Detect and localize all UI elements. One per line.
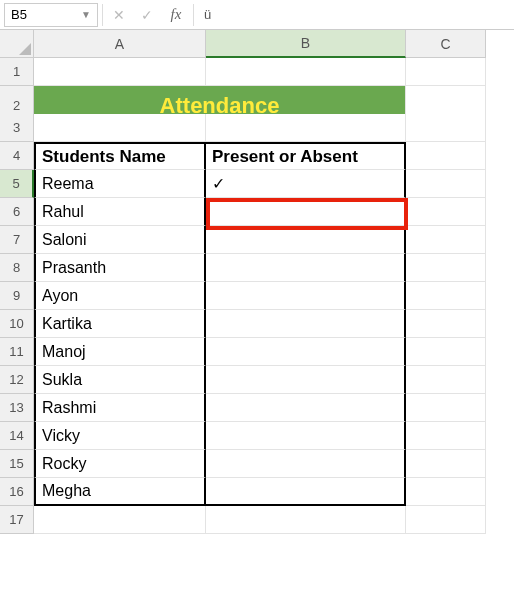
row-head-5[interactable]: 5	[0, 170, 34, 198]
row-head-8[interactable]: 8	[0, 254, 34, 282]
cell-status-13[interactable]	[206, 394, 406, 422]
cell-name-9[interactable]: Ayon	[34, 282, 206, 310]
cell-a17[interactable]	[34, 506, 206, 534]
cell-status-10[interactable]	[206, 310, 406, 338]
col-head-a[interactable]: A	[34, 30, 206, 58]
col-head-c[interactable]: C	[406, 30, 486, 58]
cell-name-14[interactable]: Vicky	[34, 422, 206, 450]
cell-c3[interactable]	[406, 114, 486, 142]
cell-status-12[interactable]	[206, 366, 406, 394]
cell-name-7[interactable]: Saloni	[34, 226, 206, 254]
row-head-11[interactable]: 11	[0, 338, 34, 366]
cell-b3[interactable]	[206, 114, 406, 142]
cell-status-7[interactable]	[206, 226, 406, 254]
row-head-12[interactable]: 12	[0, 366, 34, 394]
cell-b17[interactable]	[206, 506, 406, 534]
spreadsheet-grid: A B C 1 2 Attendance 3 4 Students Name P…	[0, 30, 514, 534]
cell-status-11[interactable]	[206, 338, 406, 366]
name-box[interactable]: B5 ▼	[4, 3, 98, 27]
cell-c16[interactable]	[406, 478, 486, 506]
cell-name-15[interactable]: Rocky	[34, 450, 206, 478]
cell-status-15[interactable]	[206, 450, 406, 478]
cell-status-6[interactable]	[206, 198, 406, 226]
name-box-value: B5	[11, 7, 27, 22]
cell-c12[interactable]	[406, 366, 486, 394]
cell-a3[interactable]	[34, 114, 206, 142]
cell-b1[interactable]	[206, 58, 406, 86]
cell-name-12[interactable]: Sukla	[34, 366, 206, 394]
formula-bar: B5 ▼ ✕ ✓ fx ü	[0, 0, 514, 30]
row-head-7[interactable]: 7	[0, 226, 34, 254]
cell-c11[interactable]	[406, 338, 486, 366]
cell-status-5[interactable]: ✓	[206, 170, 406, 198]
divider	[193, 4, 194, 26]
row-head-13[interactable]: 13	[0, 394, 34, 422]
cell-status-9[interactable]	[206, 282, 406, 310]
cell-c13[interactable]	[406, 394, 486, 422]
cell-name-11[interactable]: Manoj	[34, 338, 206, 366]
cell-a1[interactable]	[34, 58, 206, 86]
cell-name-5[interactable]: Reema	[34, 170, 206, 198]
dropdown-icon[interactable]: ▼	[81, 9, 91, 20]
formula-input[interactable]: ü	[198, 3, 510, 27]
cell-status-16[interactable]	[206, 478, 406, 506]
cell-c14[interactable]	[406, 422, 486, 450]
fx-icon[interactable]: fx	[163, 6, 189, 23]
row-head-14[interactable]: 14	[0, 422, 34, 450]
cell-c6[interactable]	[406, 198, 486, 226]
cell-c4[interactable]	[406, 142, 486, 170]
cell-c8[interactable]	[406, 254, 486, 282]
cell-c7[interactable]	[406, 226, 486, 254]
header-students[interactable]: Students Name	[34, 142, 206, 170]
cell-name-16[interactable]: Megha	[34, 478, 206, 506]
row-head-4[interactable]: 4	[0, 142, 34, 170]
row-head-3[interactable]: 3	[0, 114, 34, 142]
cell-c17[interactable]	[406, 506, 486, 534]
enter-icon: ✓	[135, 3, 159, 27]
row-head-15[interactable]: 15	[0, 450, 34, 478]
cell-c10[interactable]	[406, 310, 486, 338]
cancel-icon: ✕	[107, 3, 131, 27]
cell-c15[interactable]	[406, 450, 486, 478]
col-head-b[interactable]: B	[206, 30, 406, 58]
cell-status-14[interactable]	[206, 422, 406, 450]
row-head-10[interactable]: 10	[0, 310, 34, 338]
row-head-16[interactable]: 16	[0, 478, 34, 506]
cell-c5[interactable]	[406, 170, 486, 198]
row-head-9[interactable]: 9	[0, 282, 34, 310]
row-head-1[interactable]: 1	[0, 58, 34, 86]
cell-name-6[interactable]: Rahul	[34, 198, 206, 226]
cell-name-13[interactable]: Rashmi	[34, 394, 206, 422]
select-all-corner[interactable]	[0, 30, 34, 58]
cell-name-10[interactable]: Kartika	[34, 310, 206, 338]
divider	[102, 4, 103, 26]
row-head-6[interactable]: 6	[0, 198, 34, 226]
cell-status-8[interactable]	[206, 254, 406, 282]
cell-name-8[interactable]: Prasanth	[34, 254, 206, 282]
cell-c9[interactable]	[406, 282, 486, 310]
row-head-17[interactable]: 17	[0, 506, 34, 534]
header-status[interactable]: Present or Absent	[206, 142, 406, 170]
cell-c1[interactable]	[406, 58, 486, 86]
